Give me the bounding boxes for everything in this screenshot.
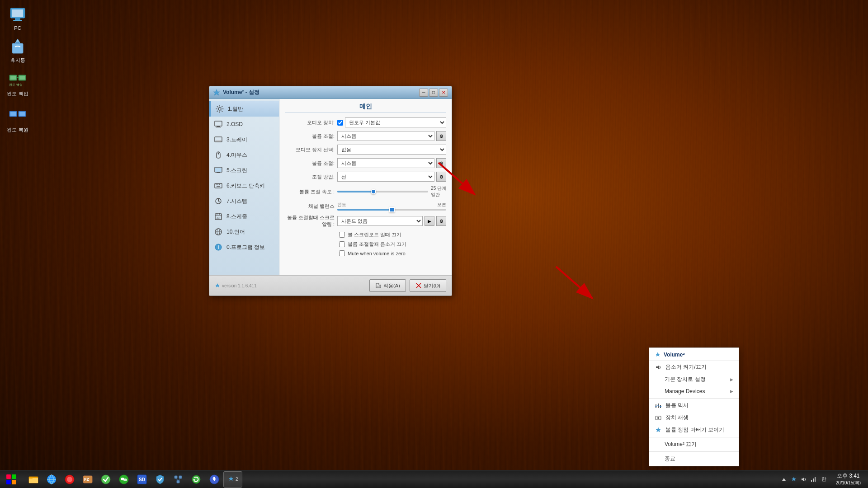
taskbar-item-filezilla[interactable]: FZ (79, 471, 97, 488)
control-method-select[interactable]: 선 (337, 172, 434, 182)
desktop-icon-winrestore[interactable]: 윈도 복원 (2, 105, 33, 135)
taskbar-item-network[interactable] (169, 471, 187, 488)
tray-expand-icon[interactable] (780, 476, 788, 483)
sidebar-item-schedule[interactable]: 23 8.스케줄 (209, 209, 279, 224)
taskbar-item-app4[interactable]: SD (133, 471, 151, 488)
context-menu-manage-devices[interactable]: Manage Devices (649, 385, 739, 397)
sidebar-item-screen[interactable]: 5.스크린 (209, 163, 279, 178)
apply-button[interactable]: 적용(A) (369, 279, 406, 292)
desktop-icon-pc[interactable]: PC (2, 4, 33, 33)
volume-control2-btn[interactable]: ⚙ (436, 158, 446, 168)
desktop-icon-winbackup[interactable]: 윈도 백업 윈도 백업 (2, 69, 33, 99)
scroll-sound-play-btn[interactable]: ▶ (425, 216, 434, 226)
tray-ime-icon[interactable]: 한 (820, 476, 827, 483)
audio-device-none-select[interactable]: 없음 (337, 145, 446, 155)
context-menu-exit[interactable]: 종료 (649, 453, 739, 465)
context-menu-header: Volume² (649, 349, 739, 361)
svg-rect-70 (29, 478, 38, 483)
sidebar-item-osd[interactable]: 2.OSD (209, 117, 279, 132)
context-menu-volume2-exit[interactable]: Volume² 끄기 (649, 438, 739, 450)
taskbar-item-volume2[interactable]: 2 (223, 471, 242, 488)
maximize-button[interactable]: □ (429, 89, 438, 97)
svg-rect-35 (219, 184, 220, 185)
svg-point-21 (218, 108, 221, 110)
context-menu-mute-toggle[interactable]: 음소거 켜기/끄기 (649, 361, 739, 373)
window-titlebar[interactable]: Volume² - 설정 ─ □ ✕ (209, 86, 452, 99)
svg-marker-97 (229, 476, 233, 481)
svg-rect-30 (215, 168, 222, 172)
volume-speed-thumb[interactable] (371, 189, 376, 194)
tray-volume2-icon[interactable] (790, 476, 797, 483)
audio-device-label: 오디오 장치: (285, 119, 335, 126)
winbackup-icon-label: 윈도 백업 (7, 90, 28, 97)
fullscreen-hide-checkbox[interactable] (339, 232, 345, 238)
svg-rect-101 (811, 480, 812, 482)
tray-network-icon[interactable] (810, 476, 817, 483)
pc-icon (9, 5, 27, 23)
taskbar-item-download[interactable] (205, 471, 223, 488)
minimize-button[interactable]: ─ (419, 89, 428, 97)
sidebar-item-language[interactable]: 10.언어 (209, 224, 279, 239)
balance-thumb[interactable] (389, 207, 395, 212)
playback-icon (655, 414, 662, 422)
taskbar-item-app2[interactable] (97, 471, 115, 488)
recycle-icon-label: 휴지통 (10, 57, 25, 64)
pc-icon-label: PC (14, 25, 21, 31)
control-method-btn[interactable]: ⚙ (436, 172, 446, 182)
svg-rect-22 (215, 121, 222, 126)
context-menu-device-playback[interactable]: 장치 재생 (649, 412, 739, 424)
mute-zero-checkbox[interactable] (339, 250, 345, 256)
sidebar-label-system: 7.시스템 (226, 197, 247, 205)
context-menu-show-meter[interactable]: 볼률 정점 마터기 보이기 (649, 424, 739, 436)
scroll-sound-select[interactable]: 사운드 없음 (337, 216, 423, 226)
close-button[interactable]: ✕ (439, 89, 448, 97)
sidebar-item-about[interactable]: i 0.프로그램 정보 (209, 239, 279, 255)
control-method-control: 선 ⚙ (337, 172, 446, 182)
window-controls: ─ □ ✕ (419, 89, 448, 97)
context-menu-mixer[interactable]: 볼률 믹서 (649, 399, 739, 412)
close-window-button[interactable]: 닫기(D) (410, 279, 446, 292)
volume-control-btn[interactable]: ⚙ (436, 131, 446, 141)
audio-device-select[interactable]: 윈도우 기본값 (345, 117, 446, 127)
channel-balance-row: 채널 밸런스 왼도 오른 (285, 202, 446, 211)
taskbar: FZ SD (0, 470, 868, 488)
volume-control2-select[interactable]: 시스템 (337, 158, 434, 168)
sidebar-item-general[interactable]: 1.일반 (209, 101, 279, 117)
volume-control-select[interactable]: 시스템 (337, 131, 434, 141)
mixer-label: 볼률 믹서 (665, 402, 689, 409)
taskbar-item-app1[interactable] (61, 471, 79, 488)
desktop-icon-recycle[interactable]: 휴지통 (2, 35, 33, 66)
scroll-sound-settings-btn[interactable]: ⚙ (436, 216, 446, 226)
monitor-icon (214, 120, 223, 129)
svg-rect-42 (217, 213, 217, 215)
start-button[interactable] (0, 470, 23, 488)
sidebar-item-keyboard[interactable]: 6.키보드 단축키 (209, 178, 279, 193)
sidebar-item-system[interactable]: 7.시스템 (209, 193, 279, 209)
sidebar-item-mouse[interactable]: 4.마우스 (209, 147, 279, 163)
audio-device-checkbox[interactable] (337, 120, 343, 126)
svg-rect-60 (657, 405, 659, 406)
volume-control2-label: 볼륨 조절: (285, 160, 335, 167)
taskbar-item-ie[interactable] (42, 471, 61, 488)
sidebar-label-general: 1.일반 (228, 105, 243, 113)
sidebar-label-tray: 3.트레이 (226, 136, 247, 144)
sidebar-item-tray[interactable]: 3.트레이 (209, 132, 279, 147)
taskbar-clock[interactable]: 오후 3:41 20/10/15(목) (832, 473, 864, 486)
tray-speaker-icon[interactable] (800, 476, 807, 483)
default-device-label: 기본 장치로 설정 (665, 375, 706, 383)
svg-text:SD: SD (139, 477, 145, 482)
taskbar-item-shield[interactable] (151, 471, 169, 488)
svg-rect-31 (217, 172, 220, 173)
window-footer: version 1.1.6.411 적용(A) 닫기(D) (209, 275, 452, 296)
svg-rect-34 (217, 184, 218, 185)
svg-rect-8 (10, 76, 16, 80)
svg-rect-23 (217, 126, 220, 127)
svg-marker-98 (782, 478, 786, 481)
taskbar-item-app3[interactable] (115, 471, 133, 488)
volume-control-row: 볼륨 조절: 시스템 ⚙ (285, 131, 446, 141)
taskbar-item-refresh[interactable] (187, 471, 205, 488)
taskbar-item-explorer[interactable] (24, 471, 42, 488)
gear-icon (215, 104, 224, 113)
context-menu-default-device[interactable]: 기본 장치로 설정 (649, 373, 739, 385)
scroll-hide-checkbox[interactable] (339, 241, 345, 247)
